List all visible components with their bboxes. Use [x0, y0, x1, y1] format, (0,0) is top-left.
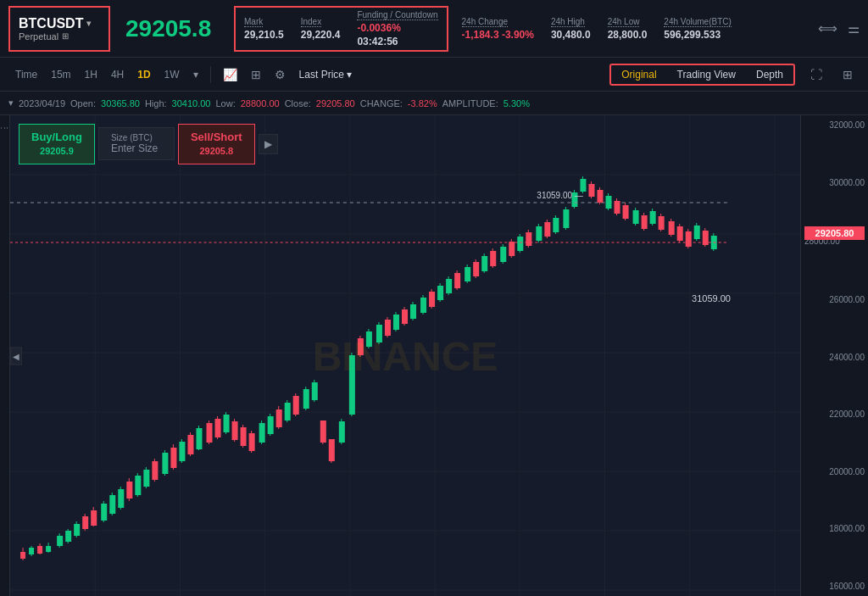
svg-rect-160: [642, 215, 648, 229]
svg-rect-54: [179, 442, 185, 461]
line-chart-icon[interactable]: 📈: [216, 64, 244, 85]
svg-rect-162: [650, 211, 656, 224]
svg-rect-80: [293, 396, 299, 415]
svg-rect-32: [82, 516, 88, 529]
time-option-4h[interactable]: 4H: [104, 65, 131, 84]
symbol-dropdown-icon[interactable]: ▾: [86, 19, 91, 28]
svg-rect-148: [588, 184, 594, 197]
svg-rect-20: [29, 548, 34, 554]
time-option-time[interactable]: Time: [8, 65, 44, 84]
toolbar-right-icons: ⛶ ⊞: [804, 64, 860, 85]
chart-info-bar: ▾ 2023/04/19 Open: 30365.80 High: 30410.…: [0, 92, 868, 115]
symbol-block[interactable]: BTCUSDT ▾ Perpetual ⊞: [8, 6, 110, 52]
header-icons: ⟺ ⚌: [818, 20, 860, 36]
amplitude-label: AMPLITUDE:: [442, 98, 498, 109]
price-label-16000: 16000.00: [804, 582, 865, 591]
trade-panel: Buy/Long 29205.9 Size (BTC) Enter Size S…: [19, 124, 278, 164]
svg-rect-128: [509, 242, 515, 256]
svg-rect-30: [74, 524, 80, 536]
svg-rect-130: [517, 237, 523, 251]
svg-rect-84: [312, 382, 318, 400]
svg-rect-74: [268, 416, 274, 434]
change-value: -3.82%: [408, 98, 437, 109]
svg-rect-156: [623, 205, 629, 219]
high-value: 30410.00: [172, 98, 211, 109]
24h-volume-stat: 24h Volume(BTC) 596,299.533: [664, 17, 731, 41]
time-option-1d[interactable]: 1D: [131, 65, 157, 84]
funding-stat: Funding / Countdown -0.0036% 03:42:56: [357, 10, 437, 47]
multi-chart-icon[interactable]: ⊞: [836, 64, 860, 85]
size-input[interactable]: Size (BTC) Enter Size: [98, 127, 175, 160]
svg-rect-90: [339, 421, 345, 443]
svg-rect-126: [500, 247, 506, 262]
svg-rect-36: [101, 504, 107, 521]
svg-rect-150: [597, 190, 603, 203]
price-label-26000: 26000.00: [804, 295, 865, 304]
last-price-dropdown-icon: ▾: [347, 69, 352, 81]
panel-expand-arrow[interactable]: ▶: [259, 134, 278, 154]
svg-text:31059.00 —: 31059.00 —: [537, 191, 583, 200]
time-option-1w[interactable]: 1W: [158, 65, 186, 84]
toolbar-divider-1: [210, 66, 211, 83]
svg-rect-72: [259, 423, 265, 443]
chart-settings-icon[interactable]: ⚙: [268, 64, 292, 85]
time-more-icon[interactable]: ▾: [186, 65, 205, 84]
left-indicator-btn[interactable]: ◀: [10, 347, 22, 365]
svg-rect-164: [659, 216, 665, 230]
svg-rect-170: [686, 231, 692, 247]
left-panel: ⋮: [0, 115, 10, 596]
grid-chart-icon[interactable]: ⊞: [244, 64, 268, 85]
svg-rect-120: [473, 262, 479, 276]
24h-high-stat: 24h High 30,480.0: [551, 17, 591, 41]
chart-main[interactable]: BINANCE ◀ Buy/Long 29205.9 Size (BTC) En…: [10, 115, 800, 596]
time-option-15m[interactable]: 15m: [44, 65, 77, 84]
high-label: High:: [145, 98, 167, 109]
svg-rect-134: [536, 226, 542, 241]
stats-block: Mark 29,210.5 Index 29,220.4 Funding / C…: [234, 6, 448, 52]
last-price-selector[interactable]: Last Price ▾: [292, 65, 359, 84]
svg-rect-24: [46, 546, 51, 552]
svg-rect-52: [170, 448, 176, 468]
svg-rect-34: [91, 510, 97, 526]
price-axis: 32000.00 30000.00 28000.00 29205.80 2600…: [800, 115, 868, 596]
settings-sliders-icon[interactable]: ⚌: [848, 20, 860, 36]
left-panel-toggle[interactable]: ⋮: [0, 124, 9, 132]
svg-rect-58: [196, 428, 202, 449]
sell-short-button[interactable]: Sell/Short 29205.8: [178, 124, 255, 164]
svg-rect-22: [37, 546, 42, 554]
svg-rect-154: [615, 201, 620, 214]
svg-rect-66: [232, 421, 238, 440]
view-btn-tradingview[interactable]: Trading View: [667, 65, 746, 84]
svg-rect-166: [669, 221, 675, 235]
fullscreen-icon[interactable]: ⛶: [804, 64, 829, 85]
last-price: 29205.8: [125, 15, 227, 42]
price-label-22000: 22000.00: [804, 409, 865, 419]
view-btn-depth[interactable]: Depth: [746, 65, 793, 84]
svg-rect-112: [437, 286, 443, 300]
svg-rect-86: [320, 421, 326, 443]
chart-info-arrow[interactable]: ▾: [8, 97, 14, 109]
buy-long-button[interactable]: Buy/Long 29205.9: [19, 124, 95, 164]
svg-rect-108: [420, 298, 426, 313]
current-price-badge: 29205.80: [804, 226, 865, 240]
svg-rect-138: [553, 218, 559, 232]
svg-rect-44: [135, 476, 141, 495]
expand-arrows-icon[interactable]: ⟺: [818, 20, 837, 36]
svg-rect-158: [633, 210, 639, 224]
24h-low-stat: 24h Low 28,800.0: [608, 17, 648, 41]
svg-rect-102: [393, 315, 399, 330]
svg-rect-26: [57, 536, 63, 546]
price-label-32000: 32000.00: [804, 120, 865, 130]
svg-rect-106: [410, 304, 416, 319]
svg-rect-146: [580, 179, 586, 192]
price-annotation-31059: 31059.00: [692, 293, 731, 304]
view-btn-original[interactable]: Original: [611, 65, 666, 84]
svg-rect-140: [563, 209, 569, 228]
time-option-1h[interactable]: 1H: [78, 65, 104, 84]
svg-rect-118: [465, 267, 470, 281]
svg-rect-76: [276, 409, 282, 427]
svg-rect-110: [429, 292, 435, 307]
symbol-name: BTCUSDT ▾: [19, 16, 100, 31]
chart-container: ⋮ BINANCE ◀ Buy/Long 29205.9 Size (BTC) …: [0, 115, 868, 596]
svg-rect-64: [224, 415, 230, 432]
